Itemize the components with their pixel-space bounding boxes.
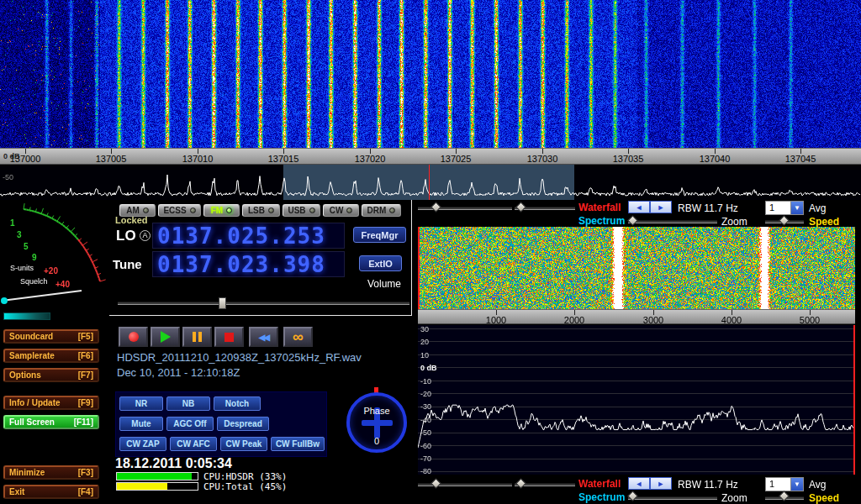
db-tick-label: -50: [420, 428, 431, 437]
freq-tick-label: 137035: [613, 154, 644, 164]
stop-button[interactable]: [214, 327, 244, 347]
button-label: Options: [9, 370, 41, 380]
rf-spectrum[interactable]: [0, 165, 861, 200]
recording-timestamp: Dec 10, 2011 - 12:10:18Z: [117, 366, 240, 379]
samplerate-button[interactable]: Samplerate[F6]: [3, 349, 99, 363]
tune-label: Tune: [113, 257, 142, 271]
mode-button-drm[interactable]: DRM: [362, 204, 401, 217]
zoom-slider-top[interactable]: [628, 220, 717, 223]
mode-label: AM: [126, 206, 140, 215]
mode-button-fm[interactable]: FM: [203, 204, 240, 217]
recording-filename: HDSDR_20111210_120938Z_137025kHz_RF.wav: [117, 351, 362, 364]
dropdown-arrow-icon[interactable]: ▼: [790, 478, 803, 491]
mode-led: [143, 207, 149, 213]
button-hotkey: [F3]: [78, 468, 93, 477]
lo-frequency-display[interactable]: 0137.025.253: [152, 223, 345, 249]
cw-peak-button[interactable]: CW Peak: [220, 437, 267, 451]
zoom-label-top: Zoom: [721, 216, 747, 228]
play-button[interactable]: [151, 327, 180, 347]
fullscreen-button[interactable]: Full Screen[F11]: [3, 415, 99, 429]
button-hotkey: [F5]: [78, 332, 93, 341]
options-button[interactable]: Options[F7]: [3, 368, 99, 382]
speed-thumb-top[interactable]: [779, 215, 790, 226]
cpu-total-meter: [116, 482, 198, 491]
notch-button[interactable]: Notch: [214, 396, 261, 411]
db-tick-label: 30: [420, 325, 429, 333]
avg-select-bottom[interactable]: 1▼: [765, 477, 804, 491]
cpu-total-fill: [117, 483, 167, 490]
squelch-level-bar[interactable]: [3, 312, 50, 320]
mode-button-usb[interactable]: USB: [283, 204, 320, 217]
af-tick-label: 2000: [564, 315, 584, 325]
rf-frequency-scale[interactable]: 0 dB 137000 137005 137010 137015 137020 …: [0, 148, 861, 165]
shift-right-button-bottom[interactable]: ►: [650, 477, 672, 490]
avg-select-top[interactable]: 1▼: [765, 201, 804, 215]
af-tick-label: 3000: [643, 315, 663, 325]
waterfall-contrast-thumb-top[interactable]: [515, 202, 526, 213]
pause-button[interactable]: [182, 327, 212, 347]
dropdown-arrow-icon[interactable]: ▼: [790, 202, 803, 214]
mode-button-ecss[interactable]: ECSS: [158, 204, 201, 217]
cw-afc-button[interactable]: CW AFC: [170, 437, 217, 451]
rf-waterfall[interactable]: [0, 0, 861, 148]
phase-value: 0: [346, 436, 407, 446]
cw-fullbw-button[interactable]: CW FullBw: [271, 437, 325, 451]
mode-label: LSB: [248, 206, 265, 215]
zoom-thumb-top[interactable]: [627, 215, 638, 226]
mode-button-cw[interactable]: CW: [323, 204, 359, 217]
button-hotkey: [F6]: [78, 351, 93, 360]
shift-right-button-top[interactable]: ►: [650, 201, 672, 213]
volume-slider-thumb[interactable]: [219, 297, 226, 309]
af-frequency-scale[interactable]: 1000 2000 3000 4000 5000: [418, 309, 855, 324]
volume-label: Volume: [367, 278, 401, 290]
nr-button[interactable]: NR: [119, 396, 163, 411]
exit-button[interactable]: Exit[F4]: [3, 485, 99, 499]
loop-icon: ∞: [293, 329, 304, 344]
record-button[interactable]: [119, 327, 148, 347]
cw-zap-button[interactable]: CW ZAP: [119, 437, 166, 451]
loop-button[interactable]: ∞: [283, 327, 313, 347]
extio-button[interactable]: ExtIO: [359, 255, 402, 271]
spectrum-label-top[interactable]: Spectrum: [578, 215, 625, 227]
mute-button[interactable]: Mute: [119, 417, 163, 431]
af-spectrum[interactable]: [418, 325, 855, 475]
waterfall-label-top[interactable]: Waterfall: [578, 202, 621, 213]
freq-tick-label: 137025: [441, 154, 472, 164]
volume-slider-track[interactable]: [118, 302, 409, 305]
mode-button-lsb[interactable]: LSB: [242, 204, 280, 217]
waterfall-label-bottom[interactable]: Waterfall: [578, 478, 621, 490]
shift-left-button-top[interactable]: ◄: [628, 201, 650, 213]
db-tick-label: -70: [420, 454, 431, 463]
pause-icon: [193, 332, 202, 342]
soundcard-button[interactable]: Soundcard[F5]: [3, 329, 99, 344]
cpu-hdsdr-meter: [116, 472, 198, 480]
hdsdr-window: 0 dB 137000 137005 137010 137015 137020 …: [0, 0, 861, 504]
divider: [411, 200, 412, 316]
despread-button[interactable]: Despread: [217, 417, 269, 431]
zoom-slider-bottom[interactable]: [628, 496, 717, 500]
freq-tick-label: 137015: [268, 154, 299, 164]
af-waterfall[interactable]: [418, 227, 855, 309]
rewind-button[interactable]: ◀◀: [249, 327, 278, 347]
waterfall-contrast-thumb-bottom[interactable]: [515, 478, 526, 489]
mode-led: [268, 207, 274, 213]
play-icon: [161, 331, 171, 343]
nb-button[interactable]: NB: [166, 396, 210, 411]
tune-frequency-display[interactable]: 0137.023.398: [152, 251, 345, 277]
waterfall-brightness-thumb-bottom[interactable]: [430, 478, 441, 489]
cpu-hdsdr-fill: [117, 473, 192, 480]
info-update-button[interactable]: Info / Update[F9]: [3, 396, 99, 410]
af-tick-label: 5000: [800, 315, 820, 325]
minimize-button[interactable]: Minimize[F3]: [3, 465, 99, 480]
db-tick-label: -60: [420, 442, 431, 450]
shift-left-button-bottom[interactable]: ◄: [628, 477, 650, 490]
agc-button[interactable]: AGC Off: [166, 417, 214, 431]
freqmgr-button[interactable]: FreqMgr: [353, 227, 406, 243]
button-label: Minimize: [9, 468, 45, 477]
smeter[interactable]: [0, 202, 109, 314]
lo-lock-badge[interactable]: A: [140, 230, 151, 241]
waterfall-brightness-thumb-top[interactable]: [430, 202, 441, 213]
spectrum-label-bottom[interactable]: Spectrum: [578, 491, 625, 503]
lo-label: LO: [116, 228, 136, 244]
rbw-label-bottom: RBW 11.7 Hz: [678, 479, 738, 491]
